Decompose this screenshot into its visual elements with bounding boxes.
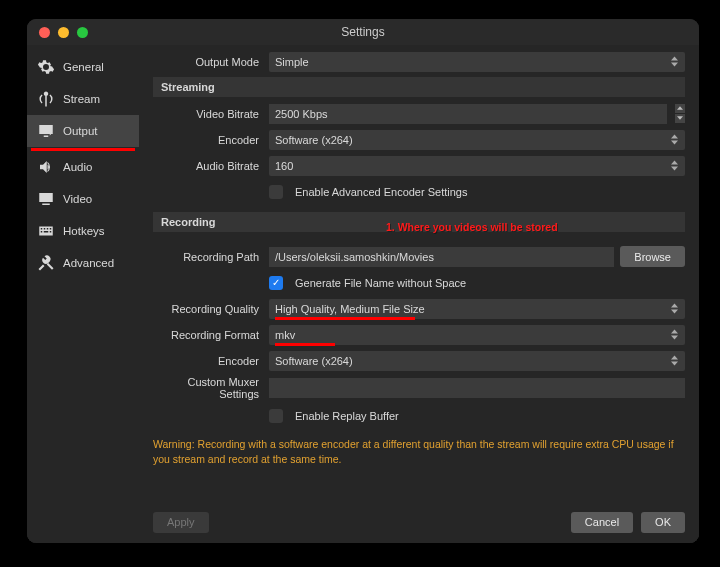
replay-buffer-label: Enable Replay Buffer — [295, 410, 399, 422]
audio-bitrate-select[interactable]: 160 — [269, 156, 685, 176]
annotation-1: 1. Where you videos will be stored — [386, 221, 558, 233]
settings-window: Settings General Stream Output Audio — [27, 19, 699, 543]
gen-no-space-label: Generate File Name without Space — [295, 277, 466, 289]
red-underline — [275, 343, 335, 346]
streaming-encoder-label: Encoder — [153, 134, 269, 146]
apply-button[interactable]: Apply — [153, 512, 209, 533]
recording-format-select[interactable]: mkv — [269, 325, 685, 345]
browse-button[interactable]: Browse — [620, 246, 685, 267]
recording-path-input[interactable]: /Users/oleksii.samoshkin/Movies — [269, 247, 614, 267]
output-mode-label: Output Mode — [153, 56, 269, 68]
tools-icon — [37, 254, 55, 272]
video-bitrate-label: Video Bitrate — [153, 108, 269, 120]
enable-advanced-label: Enable Advanced Encoder Settings — [295, 186, 467, 198]
recording-quality-label: Recording Quality — [153, 303, 269, 315]
sidebar-item-output[interactable]: Output — [27, 115, 139, 147]
antenna-icon — [37, 90, 55, 108]
sidebar-item-label: General — [63, 61, 104, 73]
ok-button[interactable]: OK — [641, 512, 685, 533]
sidebar-item-hotkeys[interactable]: Hotkeys — [27, 215, 139, 247]
stepper-down-icon[interactable] — [675, 114, 685, 123]
cancel-button[interactable]: Cancel — [571, 512, 633, 533]
recording-path-label: Recording Path — [153, 251, 269, 263]
keyboard-icon — [37, 222, 55, 240]
monitor-out-icon — [37, 122, 55, 140]
window-title: Settings — [27, 25, 699, 39]
enable-advanced-checkbox[interactable] — [269, 185, 283, 199]
sidebar-item-video[interactable]: Video — [27, 183, 139, 215]
recording-format-label: Recording Format — [153, 329, 269, 341]
chevron-updown-icon — [671, 325, 681, 345]
sidebar-item-label: Video — [63, 193, 92, 205]
sidebar-item-label: Audio — [63, 161, 92, 173]
chevron-updown-icon — [671, 156, 681, 176]
muxer-label: Custom Muxer Settings — [153, 376, 269, 400]
video-bitrate-input[interactable]: 2500 Kbps — [269, 104, 667, 124]
recording-encoder-label: Encoder — [153, 355, 269, 367]
sidebar-item-label: Advanced — [63, 257, 114, 269]
sidebar-item-stream[interactable]: Stream — [27, 83, 139, 115]
recording-encoder-select[interactable]: Software (x264) — [269, 351, 685, 371]
chevron-updown-icon — [671, 299, 681, 319]
warning-text: Warning: Recording with a software encod… — [153, 431, 685, 466]
recording-quality-select[interactable]: High Quality, Medium File Size — [269, 299, 685, 319]
speaker-icon — [37, 158, 55, 176]
muxer-input[interactable] — [269, 378, 685, 398]
chevron-updown-icon — [671, 52, 681, 72]
sidebar-item-advanced[interactable]: Advanced — [27, 247, 139, 279]
sidebar-item-label: Output — [63, 125, 98, 137]
chevron-updown-icon — [671, 130, 681, 150]
audio-bitrate-label: Audio Bitrate — [153, 160, 269, 172]
gear-icon — [37, 58, 55, 76]
chevron-updown-icon — [671, 351, 681, 371]
sidebar-item-audio[interactable]: Audio — [27, 151, 139, 183]
titlebar: Settings — [27, 19, 699, 45]
replay-buffer-checkbox[interactable] — [269, 409, 283, 423]
sidebar-item-label: Stream — [63, 93, 100, 105]
sidebar: General Stream Output Audio Video Hotk — [27, 45, 139, 543]
sidebar-item-label: Hotkeys — [63, 225, 105, 237]
output-mode-select[interactable]: Simple — [269, 52, 685, 72]
monitor-icon — [37, 190, 55, 208]
stepper-up-icon[interactable] — [675, 104, 685, 113]
video-bitrate-stepper[interactable] — [675, 104, 685, 124]
footer: Apply Cancel OK — [139, 501, 699, 543]
red-underline — [275, 317, 415, 320]
sidebar-item-general[interactable]: General — [27, 51, 139, 83]
gen-no-space-checkbox[interactable] — [269, 276, 283, 290]
streaming-header: Streaming — [153, 77, 685, 97]
streaming-encoder-select[interactable]: Software (x264) — [269, 130, 685, 150]
